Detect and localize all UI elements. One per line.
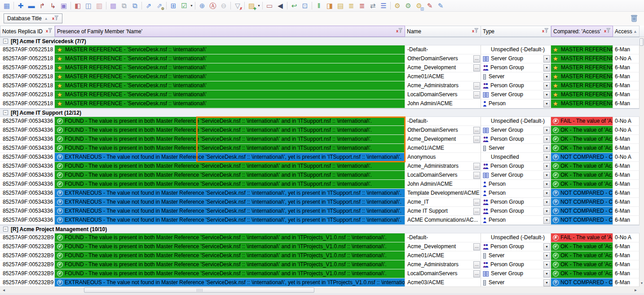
horizontal-scrollbar[interactable]: ◄ ► bbox=[0, 286, 640, 293]
presence-cell[interactable]: ✓FOUND - The value is present in both Ma… bbox=[55, 269, 405, 278]
name-cell[interactable]: OtherDomainServers… bbox=[405, 54, 481, 63]
access-cell[interactable]: 6-Man bbox=[613, 207, 640, 216]
presence-cell[interactable]: ✓FOUND - The value is present in both Ma… bbox=[55, 144, 405, 153]
compared-cell[interactable]: ★MASTER REFERENCE ... bbox=[551, 72, 613, 81]
replica-id-cell[interactable]: 85257A9F:00522518 bbox=[0, 99, 55, 108]
compared-cell[interactable]: ✓OK - The value of 'Ac... bbox=[551, 242, 613, 251]
access-cell[interactable]: 0-No A bbox=[613, 126, 640, 135]
access-cell[interactable]: 6-Man bbox=[613, 216, 640, 225]
vertical-scrollbar-thumb[interactable] bbox=[640, 38, 644, 46]
presence-cell[interactable]: ?EXTRANEOUS - The value not found in Mas… bbox=[55, 216, 405, 225]
column-view-icon[interactable]: ◫ bbox=[83, 1, 94, 11]
name-expand-button[interactable]: … bbox=[473, 243, 480, 250]
name-cell[interactable]: -Default- bbox=[405, 117, 481, 126]
replica-id-cell[interactable]: 85257A9F:005232B9 bbox=[0, 260, 55, 269]
select-nodes-icon[interactable]: ▣ bbox=[58, 1, 69, 11]
column-header-presence[interactable]: Presence of Family Member 'Name'x bbox=[55, 26, 405, 37]
horizontal-scrollbar-thumb[interactable] bbox=[84, 287, 314, 293]
name-expand-button[interactable]: … bbox=[473, 199, 480, 206]
compared-cell[interactable]: ★MASTER REFERENCE ... bbox=[551, 99, 613, 108]
name-expand-button[interactable]: … bbox=[473, 91, 480, 98]
column-comment-icon[interactable]: ▤ bbox=[335, 1, 346, 11]
compared-cell[interactable]: ✗FAIL - The value of 'A... bbox=[551, 233, 613, 242]
type-cell[interactable]: Server Group▼ bbox=[481, 90, 551, 99]
name-expand-button[interactable]: … bbox=[473, 208, 480, 215]
copy-icon[interactable]: ⧉ bbox=[119, 1, 129, 11]
compared-cell[interactable]: ✓OK - The value of 'Ac... bbox=[551, 126, 613, 135]
name-cell[interactable]: LocalDomainServers… bbox=[405, 90, 481, 99]
compared-cell[interactable]: ✓OK - The value of 'Ac... bbox=[551, 171, 613, 180]
presence-cell[interactable]: ★MASTER REFERENCE - 'ServiceDesk.nsf :: … bbox=[55, 99, 405, 108]
presence-cell[interactable]: ✓FOUND - The value is present in both Ma… bbox=[55, 117, 405, 126]
zoom-in-icon[interactable]: ⊕ bbox=[197, 1, 207, 11]
name-cell[interactable]: Acme03/ACME bbox=[405, 278, 481, 286]
filter-icon[interactable]: x bbox=[396, 28, 403, 35]
type-cell[interactable]: Person Group▼ bbox=[481, 63, 551, 72]
name-cell[interactable]: LocalDomainServers… bbox=[405, 269, 481, 278]
zoom-text-icon[interactable]: Ⓐ bbox=[207, 1, 218, 11]
replica-id-cell[interactable]: 85257A9F:00534336 bbox=[0, 216, 55, 225]
type-cell[interactable]: Person Group▼ bbox=[481, 81, 551, 90]
type-cell[interactable]: Person Group▼ bbox=[481, 260, 551, 269]
type-dropdown-button[interactable]: ▼ bbox=[543, 279, 550, 286]
expand-row-icon[interactable]: ▭ bbox=[264, 1, 275, 11]
access-cell[interactable]: 6-Man bbox=[613, 198, 640, 207]
filter-icon[interactable]: x bbox=[46, 28, 53, 35]
name-cell[interactable]: Acme_Development… bbox=[405, 135, 481, 144]
type-dropdown-button[interactable]: ▼ bbox=[543, 100, 550, 107]
compared-cell[interactable]: ?NOT COMPARED - C... bbox=[551, 216, 613, 225]
compared-cell[interactable]: ✓OK - The value of 'Ac... bbox=[551, 162, 613, 171]
replica-id-cell[interactable]: 85257A9F:00522518 bbox=[0, 54, 55, 63]
compared-cell[interactable]: ✓OK - The value of 'Ac... bbox=[551, 180, 613, 189]
insert-column-icon[interactable]: ◨ bbox=[324, 1, 335, 11]
settings-gear-ok-icon[interactable]: ⚙ bbox=[403, 1, 414, 11]
access-cell[interactable]: 0-No A bbox=[613, 54, 640, 63]
name-cell[interactable]: Acme_Administrators… bbox=[405, 81, 481, 90]
type-dropdown-button[interactable]: ▼ bbox=[543, 252, 550, 259]
type-dropdown-button[interactable]: ▼ bbox=[543, 55, 550, 63]
compared-cell[interactable]: ★MASTER REFERENCE ... bbox=[551, 90, 613, 99]
replica-id-cell[interactable]: 85257A9F:00534336 bbox=[0, 135, 55, 144]
access-cell[interactable]: 6-Man bbox=[613, 135, 640, 144]
settings-gear-yellow-icon[interactable]: ⚙ bbox=[392, 1, 403, 11]
hierarchy-yellow-icon[interactable]: ≣ bbox=[346, 1, 357, 11]
presence-cell[interactable]: ?EXTRANEOUS - The value not found in Mas… bbox=[55, 278, 405, 286]
compared-cell[interactable]: ✓OK - The value of 'Ac... bbox=[551, 144, 613, 153]
type-cell[interactable]: Person Group▼ bbox=[481, 242, 551, 251]
name-expand-button[interactable]: … bbox=[473, 55, 480, 63]
name-expand-button[interactable]: … bbox=[473, 261, 480, 268]
type-dropdown-button[interactable]: ▼ bbox=[543, 199, 550, 206]
compared-cell[interactable]: ✓OK - The value of 'Ac... bbox=[551, 260, 613, 269]
scroll-left-button[interactable]: ◄ bbox=[0, 287, 8, 294]
type-dropdown-button[interactable]: ▼ bbox=[543, 73, 550, 80]
grid-settings-icon[interactable]: ▦ bbox=[1, 1, 12, 11]
type-cell[interactable]: Person▼ bbox=[481, 216, 551, 225]
export-document-icon[interactable]: ⇗ bbox=[143, 1, 154, 11]
name-cell[interactable]: -Default- bbox=[405, 233, 481, 242]
compared-cell[interactable]: ✗FAIL - The value of 'A... bbox=[551, 117, 613, 126]
select-range-icon[interactable]: ▩ bbox=[108, 1, 119, 11]
replica-id-cell[interactable]: 85257A9F:005232B9 bbox=[0, 269, 55, 278]
new-category-icon[interactable]: ▨✚ bbox=[246, 1, 257, 11]
presence-cell[interactable]: ✓FOUND - The value is present in both Ma… bbox=[55, 162, 405, 171]
filter-icon[interactable]: x bbox=[604, 28, 611, 35]
group-header-row[interactable]: −[R] Acme IT Servicedesk (7/7) bbox=[0, 37, 640, 45]
add-entry-icon[interactable]: ✚ bbox=[15, 1, 26, 11]
name-cell[interactable]: Acme_Administrators… bbox=[405, 162, 481, 171]
compared-cell[interactable]: ?NOT COMPARED - C... bbox=[551, 207, 613, 216]
replica-id-cell[interactable]: 85257A9F:00534336 bbox=[0, 126, 55, 135]
type-cell[interactable]: Server▼ bbox=[481, 144, 551, 153]
presence-cell[interactable]: ?EXTRANEOUS - The value not found in Mas… bbox=[55, 207, 405, 216]
compared-cell[interactable]: ?NOT COMPARED - C... bbox=[551, 153, 613, 162]
filter-icon[interactable]: x bbox=[52, 15, 59, 22]
replica-id-cell[interactable]: 85257A9F:00522518 bbox=[0, 90, 55, 99]
access-cell[interactable]: 6-Man bbox=[613, 72, 640, 81]
export-options-icon[interactable]: ⇗⚙ bbox=[154, 1, 165, 11]
trash-icon[interactable] bbox=[630, 14, 639, 23]
type-cell[interactable]: Person Group▼ bbox=[481, 162, 551, 171]
name-cell[interactable]: -Default- bbox=[405, 45, 481, 54]
hide-column-icon[interactable]: ▥ bbox=[94, 1, 105, 11]
access-cell[interactable]: 0-No A bbox=[613, 233, 640, 242]
presence-cell[interactable]: ★MASTER REFERENCE - 'ServiceDesk.nsf :: … bbox=[55, 63, 405, 72]
paste-into-grid-icon[interactable]: ↩ bbox=[289, 1, 300, 11]
